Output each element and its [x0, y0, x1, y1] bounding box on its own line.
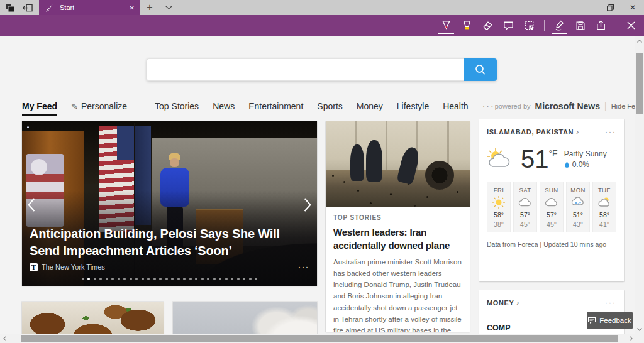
tab-preview-chevron-icon[interactable]	[159, 0, 178, 15]
carousel-next-icon[interactable]	[301, 195, 314, 214]
browser-tab-start[interactable]: Start ✕	[39, 0, 140, 15]
top-stories-card[interactable]: TOP STORIES Western leaders: Iran accide…	[326, 121, 470, 332]
nav-tab-lifestyle[interactable]: Lifestyle	[397, 101, 429, 111]
nav-tab-news[interactable]: News	[213, 101, 235, 111]
forecast-day-mon[interactable]: MON 51° 43°	[566, 182, 590, 232]
pagination-dot[interactable]	[243, 278, 245, 280]
forecast-high: 58°	[494, 211, 504, 219]
pagination-dot[interactable]	[123, 278, 126, 280]
pagination-dot[interactable]	[159, 278, 162, 280]
scroll-right-icon[interactable]	[626, 334, 635, 343]
pagination-dot[interactable]	[225, 278, 228, 280]
eraser-button[interactable]	[477, 15, 498, 36]
pagination-dot[interactable]	[231, 278, 233, 280]
restore-button[interactable]	[599, 0, 621, 15]
weather-attribution: Data from Foreca | Updated 10 mins ago	[479, 232, 624, 248]
pagination-dot[interactable]	[94, 278, 96, 280]
weather-location-link[interactable]: ISLAMABAD, PAKISTAN	[487, 128, 574, 136]
feed-nav: My Feed ✎ Personalize Top Stories News E…	[22, 97, 623, 116]
pagination-dot[interactable]	[153, 278, 156, 280]
search-button[interactable]	[464, 58, 497, 81]
carousel-previous-icon[interactable]	[25, 195, 38, 214]
money-link[interactable]: MONEY	[487, 299, 514, 307]
weather-condition-block: Partly Sunny 0.0%	[564, 150, 607, 169]
restore-tabs-icon[interactable]	[23, 3, 33, 13]
pagination-dot[interactable]	[219, 278, 221, 280]
nav-tab-money[interactable]: Money	[357, 101, 383, 111]
pagination-dot[interactable]	[111, 278, 114, 280]
exit-web-notes-button[interactable]	[621, 15, 641, 36]
story-title[interactable]: Western leaders: Iran accidentally downe…	[333, 226, 462, 252]
weather-more-options-icon[interactable]: ···	[605, 128, 616, 136]
search-input[interactable]	[147, 58, 464, 81]
pagination-dot[interactable]	[87, 278, 90, 280]
pagination-dot[interactable]	[255, 278, 257, 280]
feedback-speech-icon	[588, 317, 596, 324]
clip-button[interactable]	[519, 15, 540, 36]
pagination-dot[interactable]	[118, 278, 120, 280]
scroll-up-icon[interactable]	[635, 36, 644, 46]
nav-tab-entertainment[interactable]: Entertainment	[248, 101, 303, 111]
forecast-day-sat[interactable]: SAT 57° 45°	[513, 182, 537, 232]
pagination-dot[interactable]	[201, 278, 204, 280]
nav-tab-top-stories[interactable]: Top Stories	[155, 101, 199, 111]
scroll-left-icon[interactable]	[0, 334, 9, 343]
feedback-button[interactable]: Feedback	[587, 312, 633, 329]
pagination-dot[interactable]	[99, 278, 102, 280]
nav-tab-health[interactable]: Health	[443, 101, 468, 111]
scroll-down-icon[interactable]	[635, 324, 644, 334]
forecast-day-sun[interactable]: SUN 57° 45°	[540, 182, 564, 232]
hero-more-options-icon[interactable]: ···	[298, 263, 309, 271]
highlighter-button[interactable]	[457, 15, 477, 36]
pagination-dot[interactable]	[130, 278, 132, 280]
vertical-scrollbar-thumb[interactable]	[636, 53, 643, 114]
pagination-dot[interactable]	[165, 278, 168, 280]
search-bar	[147, 58, 497, 81]
vertical-scrollbar[interactable]	[635, 36, 644, 334]
money-more-options-icon[interactable]: ···	[605, 298, 616, 307]
weather-card[interactable]: ISLAMABAD, PAKISTAN › ··· 51 °F Partly S…	[479, 119, 624, 281]
nav-tab-personalize[interactable]: ✎ Personalize	[71, 101, 127, 111]
nav-more-button[interactable]: ···	[482, 101, 495, 111]
hero-article-card[interactable]: Anticipation Building, Pelosi Says She W…	[22, 121, 317, 286]
ballpoint-pen-button[interactable]	[436, 15, 457, 36]
pagination-dot[interactable]	[106, 278, 108, 280]
microsoft-news-brand[interactable]: Microsoft News	[535, 101, 600, 111]
web-note-quill-icon	[45, 3, 55, 13]
horizontal-scrollbar-thumb[interactable]	[21, 335, 618, 342]
pagination-dot[interactable]	[237, 278, 240, 280]
pagination-dot[interactable]	[195, 278, 197, 280]
share-button[interactable]	[591, 15, 611, 36]
minimize-button[interactable]: –	[576, 0, 599, 15]
pagination-dot[interactable]	[207, 278, 209, 280]
save-button[interactable]	[570, 15, 591, 36]
forecast-day-label: TUE	[598, 187, 611, 193]
tabs-set-aside-icon[interactable]	[5, 3, 15, 13]
pagination-dot[interactable]	[142, 278, 144, 280]
add-note-button[interactable]	[498, 15, 519, 36]
pagination-dot[interactable]	[171, 278, 174, 280]
pagination-dot[interactable]	[147, 278, 150, 280]
pagination-dot[interactable]	[249, 278, 252, 280]
nav-tab-my-feed[interactable]: My Feed	[22, 101, 57, 111]
touch-writing-button[interactable]	[549, 15, 570, 36]
close-window-button[interactable]: ✕	[621, 0, 644, 15]
pagination-dot[interactable]	[189, 278, 192, 280]
pagination-dot[interactable]	[177, 278, 180, 280]
temperature-unit: °F	[549, 149, 558, 158]
nav-tab-sports[interactable]: Sports	[317, 101, 342, 111]
new-tab-button[interactable]: +	[140, 0, 159, 15]
horizontal-scrollbar[interactable]	[0, 334, 635, 343]
scrollbar-corner	[635, 334, 644, 343]
pagination-dot[interactable]	[183, 278, 186, 280]
hero-article-title[interactable]: Anticipation Building, Pelosi Says She W…	[30, 226, 296, 259]
tab-bar: Start ✕ + – ✕	[0, 0, 644, 15]
pagination-dot[interactable]	[135, 278, 138, 280]
forecast-day-tue[interactable]: TUE 58° 41°	[592, 182, 616, 232]
sunny-icon	[492, 195, 506, 209]
tab-close-icon[interactable]: ✕	[130, 4, 135, 11]
forecast-day-fri[interactable]: FRI 58° 38°	[487, 182, 511, 232]
pagination-dot[interactable]	[82, 278, 84, 280]
pagination-dot[interactable]	[213, 278, 216, 280]
powered-by-label: powered by	[495, 102, 531, 110]
